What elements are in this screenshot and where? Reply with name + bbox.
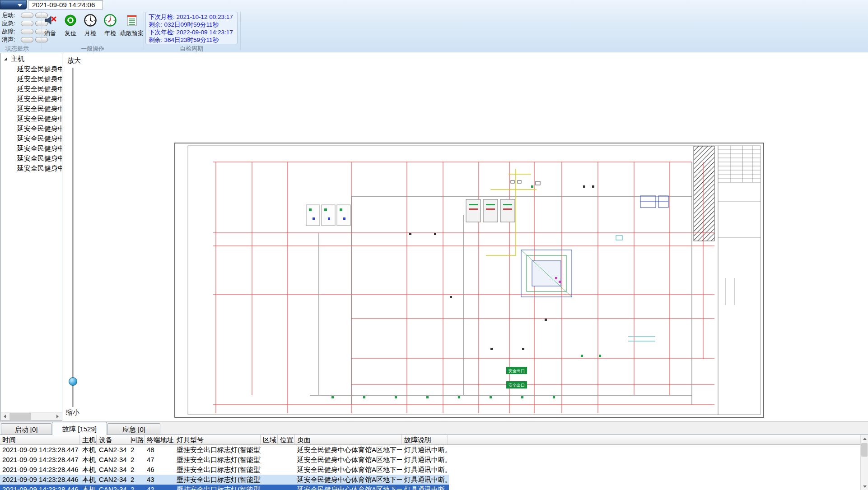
fault-row[interactable]: 2021-09-09 14:23:28.446本机CAN2-34242壁挂安全出… — [0, 485, 449, 490]
tree-root-host[interactable]: 主机 — [1, 53, 62, 64]
cell-loop: 2 — [128, 445, 145, 455]
column-header[interactable]: 设备 — [97, 435, 128, 444]
column-header[interactable]: 故障说明 — [402, 435, 448, 444]
monthly-remaining: 剩余: 032日09时59分11秒 — [149, 21, 234, 28]
scrollbar-thumb[interactable] — [9, 413, 31, 420]
tree-item[interactable]: 延安全民健身中 — [1, 134, 62, 143]
fault-row[interactable]: 2021-09-09 14:23:28.446本机CAN2-34243壁挂安全出… — [0, 475, 449, 485]
cell-position — [278, 455, 295, 465]
monthly-check-button[interactable]: 月检 — [80, 13, 100, 43]
status-led — [21, 21, 33, 26]
tree-horizontal-scrollbar[interactable] — [1, 412, 62, 421]
mute-button-label: 消音 — [44, 29, 56, 37]
column-header[interactable]: 区域 — [261, 435, 278, 444]
cell-host: 本机 — [80, 465, 97, 475]
reset-button[interactable]: 复位 — [61, 13, 80, 43]
group-separator — [240, 12, 241, 50]
monthly-check-button-label: 月检 — [84, 29, 96, 37]
zoom-slider-track[interactable] — [72, 68, 74, 407]
cell-device: CAN2-34 — [97, 455, 128, 465]
column-header[interactable]: 灯具型号 — [174, 435, 261, 444]
column-header[interactable]: 主机 — [80, 435, 97, 444]
zoom-slider-thumb[interactable] — [69, 377, 77, 386]
tree-item[interactable]: 延安全民健身中 — [1, 74, 62, 84]
status-led — [21, 13, 33, 18]
cell-desc: 灯具通讯中断。 — [402, 445, 448, 455]
cell-time: 2021-09-09 14:23:28.446 — [0, 475, 80, 485]
tree-item[interactable]: 延安全民健身中 — [1, 114, 62, 124]
yearly-check-button[interactable]: 年检 — [100, 13, 120, 43]
yearly-check-icon — [103, 14, 117, 27]
cell-area — [261, 485, 278, 490]
toolbar: 2021-09-09 14:24:06 启动: 应急: 故障: 消声: 状态提示… — [0, 0, 868, 52]
tree-item[interactable]: 延安全民健身中 — [1, 84, 62, 94]
device-tree-panel: 主机 延安全民健身中延安全民健身中延安全民健身中延安全民健身中延安全民健身中延安… — [0, 53, 62, 421]
cell-position — [278, 465, 295, 475]
cell-model: 壁挂安全出口标志灯(智能型) — [174, 485, 261, 490]
cell-page: 延安全民健身中心体育馆A区地下一层 — [295, 485, 402, 490]
tab-fault[interactable]: 故障 [1529] — [52, 422, 107, 435]
tree-item[interactable]: 延安全民健身中 — [1, 104, 62, 114]
down-arrow-icon — [863, 485, 867, 488]
tab-emergency[interactable]: 应急 [0] — [107, 423, 160, 435]
self-check-group-caption: 自检周期 — [145, 45, 238, 53]
scroll-right-button[interactable] — [53, 412, 62, 421]
scrollbar-thumb[interactable] — [861, 443, 868, 457]
tab-start[interactable]: 启动 [0] — [1, 423, 51, 435]
svg-text:安全出口: 安全出口 — [509, 369, 525, 373]
cell-terminal: 47 — [145, 455, 174, 465]
column-header[interactable]: 页面 — [295, 435, 402, 444]
tree-item[interactable]: 延安全民健身中 — [1, 94, 62, 104]
fault-row[interactable]: 2021-09-09 14:23:28.447本机CAN2-34248壁挂安全出… — [0, 445, 449, 455]
cell-device: CAN2-34 — [97, 465, 128, 475]
evacuation-plan-button[interactable]: 疏散预案 — [119, 13, 145, 43]
next-monthly-check: 下次月检: 2021-10-12 00:23:17 — [149, 13, 234, 21]
tree-item[interactable]: 延安全民健身中 — [1, 124, 62, 134]
cell-host: 本机 — [80, 475, 97, 485]
cell-desc: 灯具通讯中断。 — [402, 485, 448, 490]
fault-row[interactable]: 2021-09-09 14:23:28.446本机CAN2-34246壁挂安全出… — [0, 465, 449, 475]
fault-table-header: 时间主机设备回路终端地址灯具型号区域位置页面故障说明 — [0, 435, 868, 445]
app-menu-button[interactable] — [0, 0, 27, 9]
cell-device: CAN2-34 — [97, 475, 128, 485]
tree-item[interactable]: 延安全民健身中 — [1, 163, 62, 173]
left-arrow-icon — [4, 415, 6, 418]
column-header[interactable]: 终端地址 — [145, 435, 174, 444]
evacuation-plan-button-label: 疏散预案 — [120, 29, 144, 37]
tree-expand-icon — [4, 57, 7, 60]
svg-text:安全出口: 安全出口 — [509, 383, 525, 388]
cell-loop: 2 — [128, 455, 145, 465]
table-vertical-scrollbar[interactable] — [860, 435, 868, 490]
floor-plan-drawing: 安全出口 安全出口 — [174, 143, 764, 418]
cell-area — [261, 445, 278, 455]
cell-page: 延安全民健身中心体育馆A区地下一层 — [295, 445, 402, 455]
cell-desc: 灯具通讯中断。 — [402, 465, 448, 475]
cell-page: 延安全民健身中心体育馆A区地下一层 — [295, 465, 402, 475]
column-header[interactable]: 回路 — [128, 435, 145, 444]
scroll-left-button[interactable] — [1, 412, 9, 421]
cell-model: 壁挂安全出口标志灯(智能型) — [174, 465, 261, 475]
next-yearly-check: 下次年检: 2022-09-09 14:23:17 — [149, 28, 234, 36]
reset-button-label: 复位 — [65, 29, 76, 37]
status-label-start: 启动: — [2, 11, 19, 19]
chevron-down-icon — [18, 4, 22, 7]
clock-display: 2021-09-09 14:24:06 — [28, 0, 103, 9]
status-led — [21, 37, 33, 42]
cell-page: 延安全民健身中心体育馆A区地下一层 — [295, 455, 402, 465]
cell-page: 延安全民健身中心体育馆A区地下一层 — [295, 475, 402, 485]
mute-button[interactable]: 消音 — [40, 13, 60, 43]
tree-item[interactable]: 延安全民健身中 — [1, 64, 62, 74]
scrollbar-track[interactable] — [9, 412, 53, 421]
tree-root-label: 主机 — [11, 55, 24, 62]
cell-loop: 2 — [128, 475, 145, 485]
self-check-panel: 下次月检: 2021-10-12 00:23:17 剩余: 032日09时59分… — [145, 12, 238, 44]
cell-terminal: 46 — [145, 465, 174, 475]
column-header[interactable]: 位置 — [278, 435, 295, 444]
cell-desc: 灯具通讯中断。 — [402, 475, 448, 485]
cell-area — [261, 465, 278, 475]
tree-item[interactable]: 延安全民健身中 — [1, 153, 62, 163]
column-header[interactable]: 时间 — [0, 435, 80, 444]
tree-item[interactable]: 延安全民健身中 — [1, 143, 62, 153]
fault-row[interactable]: 2021-09-09 14:23:28.447本机CAN2-34247壁挂安全出… — [0, 455, 449, 465]
cell-position — [278, 475, 295, 485]
